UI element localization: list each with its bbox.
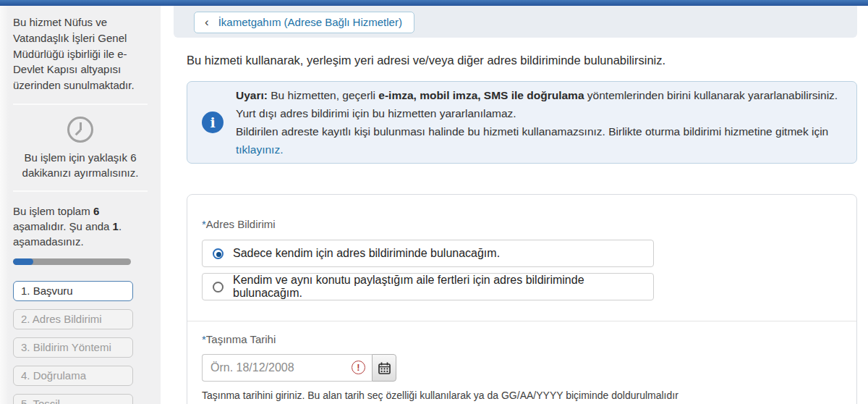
address-notification-field: *Adres Bildirimi Sadece kendim için adre… [202, 218, 842, 300]
chevron-left-icon: ‹ [205, 16, 209, 28]
step-dogrulama[interactable]: 4. Doğrulama [13, 366, 133, 386]
date-help-text: Taşınma tarihini giriniz. Bu alan tarih … [202, 390, 842, 401]
step-bildirim-yontemi[interactable]: 3. Bildirim Yöntemi [13, 337, 133, 358]
step-tescil[interactable]: 5. Tescil [13, 394, 133, 404]
date-field-label: *Taşınma Tarihi [202, 333, 842, 345]
progress-bar [13, 258, 131, 265]
calendar-icon [378, 362, 391, 374]
info-icon: i [202, 111, 224, 133]
duration-note: Bu işlem için yaklaşık 6 dakikanızı ayır… [13, 150, 148, 180]
service-provider-note: Bu hizmet Nüfus ve Vatandaşlık İşleri Ge… [13, 14, 148, 93]
service-description: Bu hizmeti kullanarak, yerleşim yeri adr… [187, 54, 665, 67]
address-field-label: *Adres Bildirimi [202, 218, 842, 230]
moving-date-input[interactable] [202, 354, 372, 382]
radio-option-label: Kendim ve aynı konutu paylaştığım aile f… [233, 274, 643, 300]
application-form-panel: *Adres Bildirimi Sadece kendim için adre… [187, 194, 857, 404]
date-input-group: ! [202, 354, 842, 382]
warning-text: Uyarı: Bu hizmetten, geçerli e-imza, mob… [236, 86, 842, 159]
e-devlet-service-page: Bu hizmet Nüfus ve Vatandaşlık İşleri Ge… [0, 0, 868, 404]
radio-option-family[interactable]: Kendim ve aynı konutu paylaştığım aile f… [202, 273, 654, 300]
form-section-divider [187, 321, 856, 321]
radio-selected-icon [213, 248, 224, 259]
warning-line-3: Bildirilen adreste kayıtlı kişi bulunmas… [236, 122, 842, 159]
tiklayiniz-link[interactable]: tıklayınız. [236, 143, 283, 156]
radio-option-label: Sadece kendim için adres bildiriminde bu… [233, 247, 500, 260]
steps-summary: Bu işlem toplam 6 aşamalıdır. Şu anda 1.… [13, 192, 148, 249]
header-strip: ‹ İkametgahım (Adrese Bağlı Hizmetler) [174, 6, 857, 38]
top-accent-bar [0, 0, 868, 6]
calendar-button[interactable] [372, 354, 396, 382]
radio-option-self-only[interactable]: Sadece kendim için adres bildiriminde bu… [202, 240, 654, 267]
warning-info-box: i Uyarı: Bu hizmetten, geçerli e-imza, m… [187, 81, 857, 164]
back-button-label: İkametgahım (Adrese Bağlı Hizmetler) [218, 16, 402, 28]
wizard-steps: 1. Başvuru 2. Adres Bildirimi 3. Bildiri… [13, 265, 148, 404]
step-adres-bildirimi[interactable]: 2. Adres Bildirimi [13, 309, 133, 329]
warning-line-2: Yurt dışı adres bildirimi için bu hizmet… [236, 104, 842, 122]
moving-date-field: *Taşınma Tarihi ! [202, 333, 842, 401]
sidebar: Bu hizmet Nüfus ve Vatandaşlık İşleri Ge… [0, 6, 161, 404]
progress-bar-fill [13, 258, 33, 265]
back-button[interactable]: ‹ İkametgahım (Adrese Bağlı Hizmetler) [194, 12, 414, 33]
clock-icon [67, 117, 93, 143]
duration-section: Bu işlem için yaklaşık 6 dakikanızı ayır… [13, 105, 148, 180]
error-exclamation-icon: ! [352, 361, 365, 374]
warning-line-1: Uyarı: Bu hizmetten, geçerli e-imza, mob… [236, 86, 842, 104]
radio-unselected-icon [213, 282, 224, 293]
step-basvuru[interactable]: 1. Başvuru [13, 281, 133, 301]
